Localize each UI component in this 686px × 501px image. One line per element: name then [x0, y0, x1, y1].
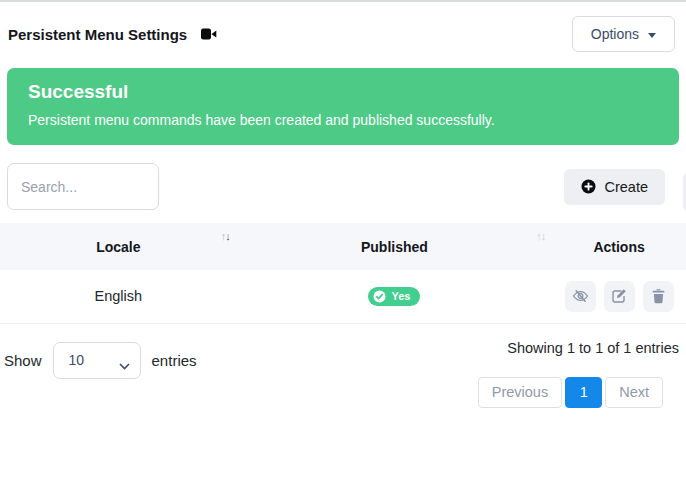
edit-icon — [611, 288, 627, 304]
published-cell: Yes — [237, 270, 553, 323]
delete-button[interactable] — [643, 281, 674, 312]
title-wrap: Persistent Menu Settings — [8, 26, 217, 43]
create-button-label: Create — [604, 179, 648, 195]
trash-icon — [651, 288, 666, 304]
page-1-button[interactable]: 1 — [565, 377, 602, 408]
alert-title: Successful — [28, 81, 658, 103]
video-camera-icon — [201, 28, 217, 40]
show-label: Show — [4, 352, 42, 369]
column-label: Published — [361, 239, 428, 255]
published-badge-label: Yes — [391, 290, 410, 302]
previous-page-button[interactable]: Previous — [478, 377, 562, 408]
options-button-label: Options — [591, 26, 639, 42]
pagination: Previous 1 Next — [478, 377, 663, 408]
column-header-locale[interactable]: Locale ↑↓ — [0, 223, 237, 270]
unpublish-button[interactable] — [565, 281, 596, 312]
column-header-published[interactable]: Published ↑↓ — [237, 223, 553, 270]
sort-icon[interactable]: ↑↓ — [221, 231, 230, 242]
table-row: English Yes — [0, 270, 686, 323]
page-header: Persistent Menu Settings Options — [0, 2, 686, 66]
sort-icon[interactable]: ↑↓ — [536, 231, 545, 242]
table-header-row: Locale ↑↓ Published ↑↓ Actions — [0, 223, 686, 270]
entries-label: entries — [152, 352, 197, 369]
edit-button[interactable] — [604, 281, 635, 312]
caret-down-icon — [648, 33, 656, 38]
locales-table: Locale ↑↓ Published ↑↓ Actions English — [0, 223, 686, 324]
table-toolbar: Create — [7, 163, 679, 210]
showing-entries-text: Showing 1 to 1 of 1 entries — [507, 340, 679, 356]
eye-slash-icon — [572, 288, 589, 304]
actions-cell — [552, 270, 686, 323]
search-input[interactable] — [7, 163, 159, 210]
page-title: Persistent Menu Settings — [8, 26, 187, 43]
options-button[interactable]: Options — [572, 16, 675, 52]
published-badge: Yes — [368, 287, 420, 306]
footer-right: Showing 1 to 1 of 1 entries Previous 1 N… — [478, 336, 679, 408]
check-circle-icon — [373, 290, 386, 303]
next-page-button[interactable]: Next — [605, 377, 663, 408]
create-button[interactable]: Create — [564, 169, 665, 205]
locale-cell: English — [0, 270, 237, 323]
page-size-select[interactable]: 10 — [53, 342, 141, 379]
column-label: Actions — [593, 239, 644, 255]
alert-message: Persistent menu commands have been creat… — [28, 112, 658, 128]
column-header-actions: Actions — [552, 223, 686, 270]
plus-circle-icon — [581, 179, 596, 194]
table-footer: Show 10 entries Showing 1 to 1 of 1 entr… — [4, 336, 679, 408]
page-size-control: Show 10 entries — [4, 342, 197, 379]
success-alert: Successful Persistent menu commands have… — [7, 68, 679, 145]
column-label: Locale — [96, 239, 140, 255]
page-size-select-wrap: 10 — [53, 342, 141, 379]
